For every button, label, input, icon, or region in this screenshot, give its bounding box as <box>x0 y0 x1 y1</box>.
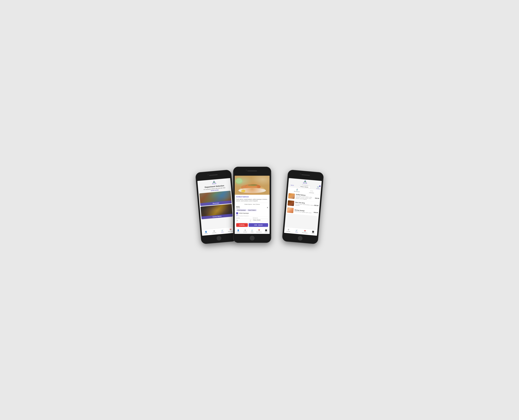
phone-center-camera <box>246 169 247 171</box>
nav-my-info[interactable]: 👤 My Info <box>202 230 210 234</box>
phone-center-speaker <box>247 171 257 171</box>
p3-reservations-icon: 📅 <box>304 230 306 232</box>
venue-card-riverview[interactable]: Riverview <box>199 191 231 206</box>
phone-left-camera <box>207 174 209 175</box>
phone-left: Department Selection For assistance plea… <box>195 169 237 244</box>
strip-price: $32.00 <box>314 204 319 206</box>
nav-p2-logout-label: Logout <box>265 232 267 232</box>
order-for-select[interactable]: Rouw, Darwin <box>299 185 311 188</box>
choices-title: Grilled Salmon - Item Choices <box>236 204 268 205</box>
nav-p3-orders-label: Orders <box>295 232 298 233</box>
nav-p3-orders[interactable]: 🛒 Orders <box>292 229 301 233</box>
p2-reservations-icon: 📅 <box>258 229 260 231</box>
nav-p2-logout[interactable]: ⬛ Logout <box>263 229 270 232</box>
checkmark-icon: ✓ <box>237 212 238 214</box>
svg-point-10 <box>241 189 245 193</box>
option-label-grilled-asparagus: Grilled Asparagus <box>239 212 249 214</box>
nav-p2-accounts-label: Accounts <box>243 232 247 232</box>
p2-orders-icon: 🛒 <box>251 229 253 231</box>
steak-image <box>288 200 294 206</box>
nav-p2-orders[interactable]: 🛒 Orders <box>249 229 256 232</box>
shrimp-price: $18.00 <box>314 211 318 213</box>
add-for-label: Add Item for: <box>253 218 268 218</box>
venue-card-corner-bistro[interactable]: Corner Bistro <box>200 204 233 219</box>
salmon-price: $18.00 <box>315 197 319 199</box>
phone-left-home[interactable] <box>216 236 222 241</box>
svg-point-15 <box>236 179 242 183</box>
phone-center: Grilled Salmon Fresh salmon, roasted pep… <box>233 167 271 243</box>
shrimp-info: Shrimp Scampi Sauteed shrimp, spaghetti,… <box>294 209 314 214</box>
svg-point-5 <box>241 184 258 190</box>
scene: Department Selection For assistance plea… <box>196 162 323 258</box>
phone-center-home[interactable] <box>250 236 255 240</box>
quantity-input[interactable]: 1 ▲ ▼ <box>236 219 252 222</box>
phone-right-speaker <box>301 174 310 176</box>
salmon-image <box>288 193 295 199</box>
phone-center-screen: Grilled Salmon Fresh salmon, roasted pep… <box>235 176 270 234</box>
shrimp-image <box>287 207 294 213</box>
cat-prev-arrow[interactable]: ‹ <box>288 189 290 190</box>
quantity-label: Quantity: <box>236 218 252 218</box>
phone-right: ← BACK Now ordering for Rouw, Darwin 0 🛒… <box>282 169 324 244</box>
svg-point-8 <box>238 188 266 193</box>
action-buttons: CANCEL ADD - $18.00 <box>236 223 268 227</box>
item-action-bar: Quantity: 1 ▲ ▼ Add Item for: <box>235 216 270 228</box>
back-button[interactable]: ← BACK <box>289 184 294 186</box>
svg-point-12 <box>248 184 256 186</box>
add-for-value[interactable]: Rouw, Darwin <box>253 219 268 221</box>
svg-point-11 <box>242 190 245 192</box>
svg-point-7 <box>245 185 257 189</box>
svg-point-13 <box>251 184 257 186</box>
nav-orders-label: Orders <box>221 232 224 233</box>
nav-p3-accounts[interactable]: ☰ Accounts <box>284 228 293 232</box>
item-description: Fresh salmon, roasted peppers, grilled a… <box>236 199 268 202</box>
p2-my-info-icon: 👤 <box>237 229 239 231</box>
my-info-icon: 👤 <box>205 231 207 233</box>
svg-point-9 <box>241 188 264 192</box>
chips-list: Grilled Asparagus Sweet Potatoes <box>236 209 268 211</box>
starters-icon: 🍽️ <box>310 190 313 192</box>
phone-right-home[interactable] <box>298 236 303 241</box>
orders-icon: 🛒 <box>221 229 223 232</box>
svg-point-4 <box>239 186 265 193</box>
nav-p3-reservations[interactable]: 📅 Reservations <box>301 230 309 234</box>
checkbox-grilled-asparagus[interactable]: ✓ <box>236 212 238 214</box>
nav-p3-reservations-label: Reservations <box>302 232 308 234</box>
p2-accounts-icon: ☰ <box>245 229 246 231</box>
add-button[interactable]: ADD - $18.00 <box>249 223 268 227</box>
nav-p2-reservations-label: Reservations <box>256 232 262 232</box>
nav-reservations-label: Reservations <box>228 231 234 232</box>
salmon-info: Grilled Salmon Fresh salmon, roasted pep… <box>296 194 315 201</box>
nav-accounts[interactable]: ☰ Accounts <box>210 230 218 234</box>
phone-left-speaker <box>209 174 218 176</box>
quantity-up[interactable]: ▲ <box>250 219 251 220</box>
p3-accounts-icon: ☰ <box>288 229 289 231</box>
nav-p3-logout[interactable]: ⬛ Logout <box>309 230 317 234</box>
phone-right-camera <box>300 173 301 175</box>
quantity-down[interactable]: ▼ <box>250 221 251 222</box>
nav-orders[interactable]: 🛒 Orders <box>218 229 227 233</box>
category-starters-label: STARTERS <box>309 192 314 194</box>
checkout-button[interactable]: 0 🛒 checkout <box>316 186 320 189</box>
nav-p2-reservations[interactable]: 📅 Reservations <box>256 229 263 232</box>
nav-accounts-label: Accounts <box>212 232 216 233</box>
quantity-value: 1 <box>237 220 238 221</box>
section-collapse-icon[interactable]: ∧ <box>267 206 268 209</box>
option-grilled-asparagus[interactable]: ✓ Grilled Asparagus <box>236 212 268 214</box>
beverages-icon: 🥤 <box>296 188 298 191</box>
reservations-icon: 📅 <box>230 229 232 231</box>
nav-p2-accounts[interactable]: ☰ Accounts <box>242 229 249 232</box>
strip-info: New York Strip 14 oz strip steak, mashed… <box>295 201 314 207</box>
nav-p3-accounts-label: Accounts <box>286 231 290 232</box>
nav-p2-my-info[interactable]: 👤 My Info <box>235 229 242 232</box>
cart-badge: 0 <box>319 185 321 187</box>
chip-sweet-potatoes[interactable]: Sweet Potatoes <box>247 209 257 211</box>
p3-logout-icon: ⬛ <box>312 231 314 233</box>
svg-rect-3 <box>235 176 270 195</box>
nav-my-info-label: My Info <box>204 233 208 234</box>
chip-grilled-asparagus[interactable]: Grilled Asparagus <box>236 209 247 211</box>
accounts-icon: ☰ <box>213 230 215 232</box>
food-image <box>235 176 270 195</box>
cancel-button[interactable]: CANCEL <box>236 223 248 227</box>
cat-next-arrow[interactable]: › <box>319 191 320 193</box>
